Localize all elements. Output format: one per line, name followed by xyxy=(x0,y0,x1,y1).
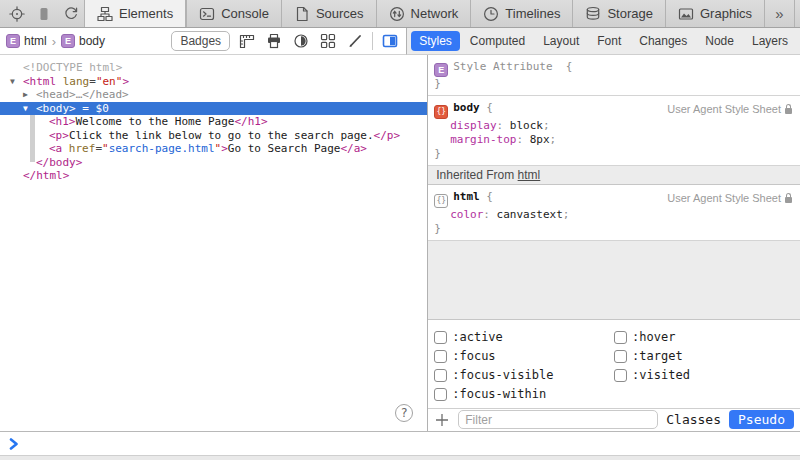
breadcrumb-label: html xyxy=(24,34,47,48)
stylesheet-badge-icon: {} xyxy=(434,105,448,119)
style-attribute-section[interactable]: EStyle Attribute { } xyxy=(428,55,800,96)
css-property[interactable]: margin-top: 8px; xyxy=(434,133,794,147)
dom-tree-row[interactable]: <p>Click the link below to go to the sea… xyxy=(0,129,427,143)
property-value: 8px xyxy=(530,133,550,146)
code-token: <!DOCTYPE html> xyxy=(23,61,122,74)
open-brace: { xyxy=(480,190,493,203)
code-token: Go to Search Page xyxy=(228,142,341,155)
code-token: </html> xyxy=(23,169,69,182)
pseudo-toggle-focus-within[interactable]: :focus-within xyxy=(434,385,614,404)
close-brace: } xyxy=(434,77,441,90)
checkbox[interactable] xyxy=(434,388,447,401)
open-brace xyxy=(553,60,566,73)
checkbox[interactable] xyxy=(614,331,627,344)
tab-label: Sources xyxy=(316,6,364,21)
disclosure-open-icon[interactable]: ▼ xyxy=(23,102,36,116)
sidebar-tab-changes[interactable]: Changes xyxy=(631,31,695,51)
styles-empty-area xyxy=(428,241,800,320)
pseudo-label: :focus-within xyxy=(452,387,546,401)
sidebar-tab-font[interactable]: Font xyxy=(589,31,629,51)
sidebar-tab-layers[interactable]: Layers xyxy=(744,31,796,51)
tab-sources[interactable]: Sources xyxy=(281,0,376,27)
dom-navigation-bar: Ehtml›Ebody Badges xyxy=(0,28,407,55)
pseudo-toggle-target[interactable]: :target xyxy=(614,347,794,366)
dom-tree-row[interactable]: </body> xyxy=(0,156,427,170)
css-rule-body[interactable]: {}body {User Agent Style Sheetdisplay: b… xyxy=(428,96,800,166)
timelines-icon xyxy=(483,6,499,22)
code-token: = xyxy=(89,75,96,88)
dom-tree-row[interactable]: ▼<html lang="en"> xyxy=(0,75,427,89)
stylesheet-badge-icon: {} xyxy=(434,194,448,208)
filter-input[interactable] xyxy=(458,410,658,429)
tab-storage[interactable]: Storage xyxy=(572,0,665,27)
quick-console[interactable] xyxy=(0,431,800,455)
reload-button[interactable] xyxy=(57,0,84,27)
pseudo-toggle-visited[interactable]: :visited xyxy=(614,366,794,385)
pseudo-toggle-hover[interactable]: :hover xyxy=(614,328,794,347)
code-token: </p> xyxy=(374,129,401,142)
device-button[interactable] xyxy=(31,0,58,27)
inspect-icon xyxy=(9,6,25,22)
search-button[interactable] xyxy=(794,0,800,27)
css-property[interactable]: display: block; xyxy=(434,119,794,133)
add-rule-button[interactable] xyxy=(434,412,450,428)
tab-graphics[interactable]: Graphics xyxy=(665,0,764,27)
sidebar-tab-computed[interactable]: Computed xyxy=(462,31,533,51)
tab-elements[interactable]: Elements xyxy=(84,0,186,27)
breadcrumb-item-body[interactable]: Ebody xyxy=(61,34,105,48)
tab-label: Graphics xyxy=(700,6,752,21)
property-name: margin-top xyxy=(450,133,516,146)
breadcrumb-item-html[interactable]: Ehtml xyxy=(6,34,47,48)
pseudo-toggle-focus[interactable]: :focus xyxy=(434,347,614,366)
network-icon xyxy=(389,6,405,22)
elements-icon xyxy=(97,6,113,22)
pseudo-toggle-active[interactable]: :active xyxy=(434,328,614,347)
disclosure-open-icon[interactable]: ▼ xyxy=(10,75,23,89)
dom-tree-row[interactable]: ▶<head>…</head> xyxy=(0,88,427,102)
checkbox[interactable] xyxy=(434,331,447,344)
tab-network[interactable]: Network xyxy=(376,0,471,27)
dom-tree-row[interactable]: </html> xyxy=(0,169,427,183)
brush-button[interactable] xyxy=(345,33,365,49)
toolbar-left-buttons xyxy=(0,0,84,27)
pseudo-toggle-focus-visible[interactable]: :focus-visible xyxy=(434,366,614,385)
code-token: " xyxy=(102,142,109,155)
tab-console[interactable]: Console xyxy=(186,0,281,27)
checkbox[interactable] xyxy=(434,350,447,363)
sidebar-tab-styles[interactable]: Styles xyxy=(411,31,460,51)
code-token: href xyxy=(62,142,95,155)
ruler-button[interactable] xyxy=(237,33,257,49)
help-button[interactable]: ? xyxy=(395,404,413,422)
dom-tree-row[interactable]: ▼<body> = $0 xyxy=(0,102,427,116)
sidebar-toggle-button[interactable] xyxy=(380,33,400,49)
css-property[interactable]: color: canvastext; xyxy=(434,208,794,222)
grid-button[interactable] xyxy=(318,33,338,49)
pseudo-label: :hover xyxy=(632,330,675,344)
classes-button[interactable]: Classes xyxy=(666,412,721,427)
badges-button[interactable]: Badges xyxy=(171,31,230,51)
css-rule-html[interactable]: {}html {User Agent Style Sheetcolor: can… xyxy=(428,185,800,241)
sidebar-tab-node[interactable]: Node xyxy=(697,31,742,51)
tab-timelines[interactable]: Timelines xyxy=(470,0,572,27)
close-brace: } xyxy=(434,147,441,160)
contrast-button[interactable] xyxy=(291,33,311,49)
dom-tree-row[interactable]: <a href="search-page.html">Go to Search … xyxy=(0,142,427,156)
inherited-from-link[interactable]: html xyxy=(518,168,541,182)
code-token: </h1> xyxy=(234,115,267,128)
disclosure-closed-icon[interactable]: ▶ xyxy=(23,88,36,102)
overflow-chevrons-button[interactable]: » xyxy=(764,0,794,27)
divider xyxy=(372,32,373,50)
sidebar-tab-layout[interactable]: Layout xyxy=(535,31,587,51)
dom-tree-row[interactable]: <!DOCTYPE html> xyxy=(0,61,427,75)
checkbox[interactable] xyxy=(614,369,627,382)
tab-label: Timelines xyxy=(505,6,560,21)
dom-tree-row[interactable]: <h1>Welcome to the Home Page</h1> xyxy=(0,115,427,129)
print-button[interactable] xyxy=(264,33,284,49)
code-token: <a xyxy=(49,142,62,155)
property-value: canvastext xyxy=(497,208,563,221)
pseudo-button[interactable]: Pseudo xyxy=(729,410,794,429)
inspect-button[interactable] xyxy=(4,0,31,27)
checkbox[interactable] xyxy=(614,350,627,363)
checkbox[interactable] xyxy=(434,369,447,382)
code-token: search-page.html xyxy=(109,142,215,155)
